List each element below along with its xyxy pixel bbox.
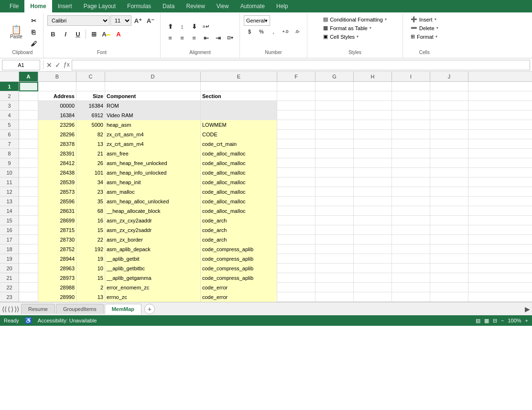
cell-r13c1[interactable] bbox=[19, 197, 38, 206]
cell-r5c6[interactable] bbox=[277, 120, 315, 130]
cell-r4c5[interactable] bbox=[201, 111, 277, 120]
cell-r21c5[interactable]: code_compress_aplib bbox=[201, 273, 277, 283]
cell-r18c3[interactable]: 192 bbox=[76, 244, 105, 254]
row-header-5[interactable]: 5 bbox=[0, 120, 19, 130]
cell-r10c6[interactable] bbox=[277, 168, 315, 177]
cell-r12c2[interactable]: 28573 bbox=[38, 187, 76, 197]
cell-r4c4[interactable]: Video RAM bbox=[105, 111, 201, 120]
row-header-13[interactable]: 13 bbox=[0, 197, 19, 206]
cell-r22c2[interactable]: 28988 bbox=[38, 283, 76, 292]
cell-r15c4[interactable]: asm_zx_cxy2aaddr bbox=[105, 216, 201, 225]
cell-r5c10[interactable] bbox=[430, 120, 468, 130]
accounting-button[interactable]: $ bbox=[244, 27, 255, 36]
cell-r2c1[interactable] bbox=[19, 91, 38, 101]
cell-r1c10[interactable] bbox=[430, 82, 468, 91]
cell-r5c9[interactable] bbox=[392, 120, 430, 130]
cell-r17c2[interactable]: 28730 bbox=[38, 235, 76, 244]
delete-button[interactable]: ➖ Delete ▾ bbox=[407, 24, 442, 32]
cell-r16c9[interactable] bbox=[392, 225, 430, 235]
cell-r13c9[interactable] bbox=[392, 197, 430, 206]
cell-r3c4[interactable]: ROM bbox=[105, 101, 201, 111]
cell-r6c5[interactable]: CODE bbox=[201, 130, 277, 139]
cell-r8c4[interactable]: asm_free bbox=[105, 149, 201, 158]
cell-r16c3[interactable]: 15 bbox=[76, 225, 105, 235]
cell-r7c3[interactable]: 13 bbox=[76, 139, 105, 149]
conditional-formatting-button[interactable]: ▤ Conditional Formatting ▾ bbox=[319, 15, 391, 23]
cell-r19c3[interactable]: 19 bbox=[76, 254, 105, 264]
cell-r2c2[interactable]: Address bbox=[38, 91, 76, 101]
borders-button[interactable]: ⊞ bbox=[88, 29, 99, 39]
tab-formulas[interactable]: Formulas bbox=[121, 0, 157, 12]
row-header-21[interactable]: 21 bbox=[0, 273, 19, 283]
row-header-4[interactable]: 4 bbox=[0, 111, 19, 120]
cell-r7c6[interactable] bbox=[277, 139, 315, 149]
cell-r17c9[interactable] bbox=[392, 235, 430, 244]
row-header-1[interactable]: 1 bbox=[0, 82, 19, 91]
cell-r1c6[interactable] bbox=[277, 82, 315, 91]
cell-r3c8[interactable] bbox=[354, 101, 392, 111]
cell-r13c4[interactable]: asm_heap_alloc_unlocked bbox=[105, 197, 201, 206]
bold-button[interactable]: B bbox=[47, 29, 59, 39]
sheet-nav-prev[interactable]: ⟨ bbox=[8, 305, 10, 313]
cell-r15c1[interactable] bbox=[19, 216, 38, 225]
cell-r18c10[interactable] bbox=[430, 244, 468, 254]
align-bottom-button[interactable]: ⬇ bbox=[188, 21, 200, 32]
row-header-6[interactable]: 6 bbox=[0, 130, 19, 139]
cell-r4c2[interactable]: 16384 bbox=[38, 111, 76, 120]
cell-r6c6[interactable] bbox=[277, 130, 315, 139]
cell-r8c10[interactable] bbox=[430, 149, 468, 158]
cell-r2c8[interactable] bbox=[354, 91, 392, 101]
cell-r17c1[interactable] bbox=[19, 235, 38, 244]
cell-r11c5[interactable]: code_alloc_malloc bbox=[201, 177, 277, 187]
cell-r6c8[interactable] bbox=[354, 130, 392, 139]
cell-r13c6[interactable] bbox=[277, 197, 315, 206]
cell-r12c1[interactable] bbox=[19, 187, 38, 197]
tab-home[interactable]: Home bbox=[24, 0, 52, 12]
cell-r3c2[interactable]: 00000 bbox=[38, 101, 76, 111]
cell-r1c1[interactable] bbox=[19, 82, 38, 91]
cell-r6c3[interactable]: 82 bbox=[76, 130, 105, 139]
col-header-i[interactable]: I bbox=[392, 72, 430, 81]
cell-r19c2[interactable]: 28944 bbox=[38, 254, 76, 264]
insert-function-icon[interactable]: ƒx bbox=[64, 61, 70, 69]
fill-color-button[interactable]: A▬ bbox=[100, 29, 112, 39]
cell-r1c8[interactable] bbox=[354, 82, 392, 91]
cell-r22c7[interactable] bbox=[315, 283, 354, 292]
tab-automate[interactable]: Automate bbox=[235, 0, 271, 12]
cell-r22c4[interactable]: error_enomem_zc bbox=[105, 283, 201, 292]
cell-r19c7[interactable] bbox=[315, 254, 354, 264]
cell-r23c9[interactable] bbox=[392, 292, 430, 302]
cell-r8c1[interactable] bbox=[19, 149, 38, 158]
cell-r1c9[interactable] bbox=[392, 82, 430, 91]
sheet-nav[interactable]: ⟨⟨ ⟨ ⟩ ⟩⟩ bbox=[2, 305, 19, 313]
cell-r10c3[interactable]: 101 bbox=[76, 168, 105, 177]
cell-r6c1[interactable] bbox=[19, 130, 38, 139]
cell-r10c7[interactable] bbox=[315, 168, 354, 177]
cell-r11c8[interactable] bbox=[354, 177, 392, 187]
row-header-15[interactable]: 15 bbox=[0, 216, 19, 225]
align-middle-button[interactable]: ↕ bbox=[176, 21, 188, 32]
row-header-22[interactable]: 22 bbox=[0, 283, 19, 292]
cell-r4c6[interactable] bbox=[277, 111, 315, 120]
cell-r10c10[interactable] bbox=[430, 168, 468, 177]
row-header-8[interactable]: 8 bbox=[0, 149, 19, 158]
cell-r18c2[interactable]: 28752 bbox=[38, 244, 76, 254]
row-header-16[interactable]: 16 bbox=[0, 225, 19, 235]
sheet-tab-grouped[interactable]: GroupedItems bbox=[56, 304, 104, 314]
cell-r19c5[interactable]: code_compress_aplib bbox=[201, 254, 277, 264]
cell-r1c2[interactable] bbox=[38, 82, 76, 91]
cell-r13c2[interactable]: 28596 bbox=[38, 197, 76, 206]
scroll-right-button[interactable]: ▶ bbox=[525, 305, 530, 313]
cell-r23c3[interactable]: 13 bbox=[76, 292, 105, 302]
cell-r14c7[interactable] bbox=[315, 206, 354, 216]
row-header-2[interactable]: 2 bbox=[0, 91, 19, 101]
view-page-break-button[interactable]: ⊟ bbox=[493, 318, 497, 324]
cell-r18c6[interactable] bbox=[277, 244, 315, 254]
cell-r8c2[interactable]: 28391 bbox=[38, 149, 76, 158]
cell-r3c10[interactable] bbox=[430, 101, 468, 111]
cell-r5c3[interactable]: 5000 bbox=[76, 120, 105, 130]
cell-r22c3[interactable]: 2 bbox=[76, 283, 105, 292]
cell-r16c8[interactable] bbox=[354, 225, 392, 235]
cell-r11c10[interactable] bbox=[430, 177, 468, 187]
cell-r11c6[interactable] bbox=[277, 177, 315, 187]
